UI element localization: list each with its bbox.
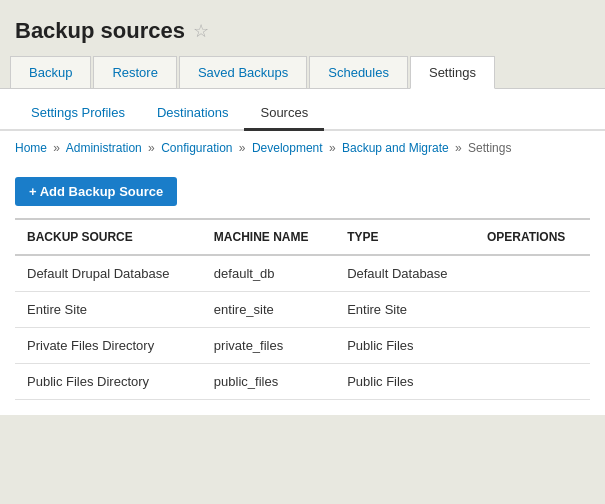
cell-machine-name: default_db [202,255,335,292]
table-container: BACKUP SOURCE MACHINE NAME TYPE OPERATIO… [0,218,605,415]
tab-backup[interactable]: Backup [10,56,91,88]
table-header-row: BACKUP SOURCE MACHINE NAME TYPE OPERATIO… [15,219,590,255]
sub-tab-sources[interactable]: Sources [244,97,324,131]
cell-type: Entire Site [335,292,475,328]
page-title: Backup sources [15,18,185,44]
cell-operations [475,292,590,328]
breadcrumb-sep-0: » [53,141,60,155]
col-operations: OPERATIONS [475,219,590,255]
cell-backup-source: Default Drupal Database [15,255,202,292]
breadcrumb-administration[interactable]: Administration [66,141,142,155]
add-backup-source-button[interactable]: + Add Backup Source [15,177,177,206]
main-tabs: Backup Restore Saved Backups Schedules S… [0,56,605,89]
cell-backup-source: Private Files Directory [15,328,202,364]
backup-sources-table: BACKUP SOURCE MACHINE NAME TYPE OPERATIO… [15,218,590,400]
breadcrumb-sep-3: » [329,141,336,155]
breadcrumb-sep-2: » [239,141,246,155]
tab-schedules[interactable]: Schedules [309,56,408,88]
breadcrumb-sep-4: » [455,141,462,155]
sub-tab-settings-profiles[interactable]: Settings Profiles [15,97,141,131]
cell-operations [475,328,590,364]
tab-settings[interactable]: Settings [410,56,495,89]
cell-machine-name: private_files [202,328,335,364]
tab-restore[interactable]: Restore [93,56,177,88]
table-row: Public Files Directorypublic_filesPublic… [15,364,590,400]
cell-type: Public Files [335,364,475,400]
breadcrumb-sep-1: » [148,141,155,155]
breadcrumb: Home » Administration » Configuration » … [0,131,605,165]
breadcrumb-home[interactable]: Home [15,141,47,155]
breadcrumb-configuration[interactable]: Configuration [161,141,232,155]
breadcrumb-development[interactable]: Development [252,141,323,155]
breadcrumb-settings: Settings [468,141,511,155]
sub-tab-destinations[interactable]: Destinations [141,97,245,131]
cell-backup-source: Public Files Directory [15,364,202,400]
col-machine-name: MACHINE NAME [202,219,335,255]
cell-machine-name: entire_site [202,292,335,328]
cell-type: Public Files [335,328,475,364]
cell-machine-name: public_files [202,364,335,400]
cell-type: Default Database [335,255,475,292]
col-backup-source: BACKUP SOURCE [15,219,202,255]
table-row: Default Drupal Databasedefault_dbDefault… [15,255,590,292]
star-icon[interactable]: ☆ [193,20,209,42]
page-header: Backup sources ☆ [0,0,605,56]
col-type: TYPE [335,219,475,255]
cell-backup-source: Entire Site [15,292,202,328]
sub-tabs: Settings Profiles Destinations Sources [0,89,605,131]
breadcrumb-backup-and-migrate[interactable]: Backup and Migrate [342,141,449,155]
tab-saved-backups[interactable]: Saved Backups [179,56,307,88]
table-row: Entire Siteentire_siteEntire Site [15,292,590,328]
table-row: Private Files Directoryprivate_filesPubl… [15,328,590,364]
cell-operations [475,364,590,400]
content-area: Settings Profiles Destinations Sources H… [0,89,605,415]
cell-operations [475,255,590,292]
